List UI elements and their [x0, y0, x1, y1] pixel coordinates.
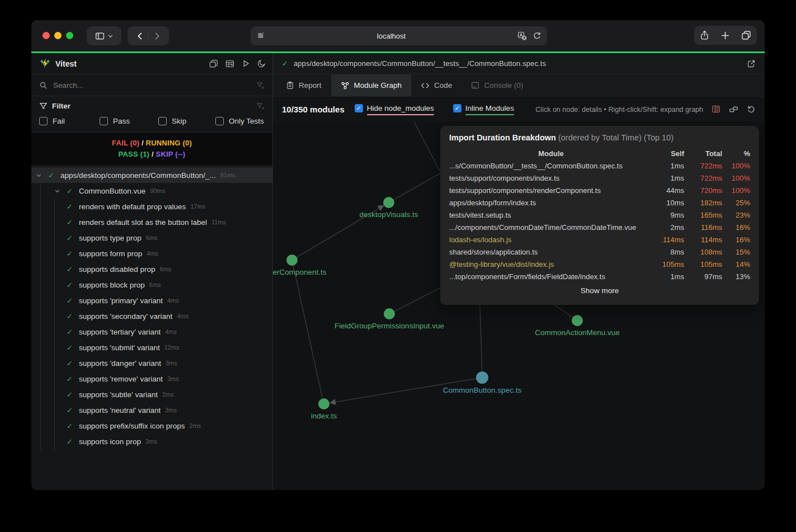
- test-case-row[interactable]: ✓supports 'danger' variant3ms: [31, 355, 272, 371]
- graph-node-renderComponent[interactable]: [286, 255, 298, 266]
- tab-code[interactable]: Code: [411, 74, 461, 96]
- reader-icon[interactable]: [256, 31, 265, 40]
- test-case-row[interactable]: ✓supports disabled prop6ms: [31, 261, 272, 277]
- test-suite-row[interactable]: ✓CommonButton.vue90ms: [31, 183, 272, 199]
- search-input[interactable]: [53, 81, 256, 90]
- search-icon: [39, 81, 48, 90]
- test-duration: 2ms: [162, 391, 174, 398]
- filter-checkbox-fail[interactable]: Fail: [39, 117, 100, 125]
- test-case-row[interactable]: ✓supports 'secondary' variant4ms: [31, 308, 272, 324]
- graph-node-FieldGroupPermissionsInput[interactable]: [384, 308, 395, 319]
- legend-icon[interactable]: [712, 105, 720, 114]
- pass-count: PASS (1): [119, 150, 150, 158]
- dashboard-icon[interactable]: [225, 59, 234, 68]
- test-file-row[interactable]: ✓apps/desktop/components/CommonButton/_.…: [31, 167, 272, 183]
- graph-node-label-FieldGroupPermissionsInput[interactable]: FieldGroupPermissionsInput.vue: [335, 322, 444, 330]
- zoom-window-button[interactable]: [66, 32, 73, 39]
- test-case-row[interactable]: ✓supports icon prop3ms: [31, 434, 272, 449]
- test-duration: 4ms: [167, 297, 179, 304]
- filter-checkbox-pass[interactable]: Pass: [100, 117, 158, 125]
- checked-checkbox-icon[interactable]: ✓: [453, 104, 461, 112]
- table-row[interactable]: apps/desktop/form/index.ts10ms182ms25%: [449, 196, 750, 209]
- graph-edge: [480, 305, 482, 378]
- graph-node-CommonButtonSpec[interactable]: [476, 371, 488, 384]
- test-case-row[interactable]: ✓renders default slot as the button labe…: [31, 214, 272, 230]
- table-row[interactable]: @testing-library/vue/dist/index.js105ms1…: [449, 258, 750, 270]
- checkbox-icon[interactable]: [215, 117, 224, 125]
- clear-search-filter-icon[interactable]: [256, 81, 265, 90]
- forward-icon[interactable]: [152, 31, 162, 41]
- checkbox-icon[interactable]: [100, 117, 108, 125]
- tab-overview-icon[interactable]: [741, 30, 751, 40]
- test-duration: 6ms: [146, 234, 158, 241]
- panels-icon[interactable]: [209, 59, 218, 68]
- show-more-button[interactable]: Show more: [449, 286, 750, 295]
- table-row[interactable]: shared/stores/application.ts8ms108ms15%: [449, 246, 750, 258]
- table-row[interactable]: tests/support/components/renderComponent…: [449, 184, 750, 196]
- checkbox-icon[interactable]: [158, 117, 167, 125]
- graph-node-label-desktopVisuals[interactable]: desktopVisuals.ts: [360, 210, 418, 219]
- graph-node-index[interactable]: [318, 398, 329, 409]
- back-icon[interactable]: [135, 31, 145, 41]
- minimize-window-button[interactable]: [54, 32, 62, 39]
- translate-icon[interactable]: [517, 31, 527, 41]
- clear-filter-icon[interactable]: [256, 102, 265, 110]
- chevron-down-icon: [107, 33, 114, 39]
- table-row[interactable]: .../components/CommonDateTime/CommonDate…: [449, 221, 750, 233]
- test-case-row[interactable]: ✓supports 'tertiary' variant4ms: [31, 324, 272, 340]
- traffic-lights: [43, 32, 73, 39]
- tab-console-0[interactable]: Console (0): [461, 74, 533, 96]
- chevron-down-icon[interactable]: [36, 172, 48, 178]
- browser-sidebar-toggle[interactable]: [87, 26, 121, 45]
- new-tab-icon[interactable]: [720, 31, 730, 40]
- table-row[interactable]: tests/support/components/index.ts1ms722m…: [449, 172, 750, 184]
- table-row[interactable]: tests/vitest.setup.ts9ms165ms23%: [449, 209, 750, 221]
- tab-module-graph[interactable]: Module Graph: [331, 74, 412, 96]
- close-window-button[interactable]: [43, 32, 50, 39]
- tab-report[interactable]: Report: [276, 74, 331, 96]
- test-case-row[interactable]: ✓supports block prop6ms: [31, 277, 272, 293]
- test-case-row[interactable]: ✓supports 'subtle' variant2ms: [31, 387, 272, 402]
- address-bar[interactable]: localhost: [251, 26, 547, 45]
- open-externally-icon[interactable]: [747, 59, 756, 68]
- expand-graph-icon[interactable]: [729, 105, 738, 114]
- table-row[interactable]: ...s/CommonButton/__tests__/CommonButton…: [449, 159, 750, 172]
- graph-node-label-CommonButtonSpec[interactable]: CommonButton.spec.ts: [443, 386, 522, 394]
- reload-icon[interactable]: [533, 31, 541, 40]
- run-all-icon[interactable]: [242, 59, 250, 68]
- graph-node-desktopVisuals[interactable]: [383, 197, 394, 208]
- pass-check-icon: ✓: [67, 359, 79, 368]
- pass-check-icon: ✓: [67, 281, 79, 289]
- test-duration: 2ms: [190, 422, 201, 429]
- reset-icon[interactable]: [747, 105, 756, 114]
- checkbox-icon[interactable]: [39, 117, 48, 125]
- graph-node-label-index[interactable]: index.ts: [311, 412, 337, 420]
- test-case-row[interactable]: ✓supports 'neutral' variant3ms: [31, 402, 272, 418]
- table-row[interactable]: lodash-es/lodash.js114ms114ms16%: [449, 233, 750, 246]
- checked-checkbox-icon[interactable]: ✓: [355, 104, 363, 112]
- filter-checkbox-skip[interactable]: Skip: [158, 117, 215, 125]
- table-row[interactable]: ...top/components/Form/fields/FieldDate/…: [449, 270, 750, 283]
- graph-node-label-CommonActionMenu[interactable]: CommonActionMenu.vue: [535, 328, 620, 337]
- graph-node-label-renderComponent[interactable]: renderComponent.ts: [273, 268, 327, 276]
- pass-check-icon: ✓: [67, 249, 79, 258]
- test-duration: 91ms: [220, 172, 235, 178]
- graph-filter-hide-node-modules[interactable]: ✓Hide node_modules: [355, 104, 434, 115]
- test-duration: 90ms: [150, 187, 165, 194]
- test-case-row[interactable]: ✓supports 'primary' variant4ms: [31, 293, 272, 308]
- chevron-down-icon[interactable]: [54, 188, 67, 194]
- test-case-row[interactable]: ✓supports 'remove' variant3ms: [31, 371, 272, 387]
- test-case-row[interactable]: ✓supports prefix/suffix icon props2ms: [31, 418, 272, 434]
- filter-checkbox-only-tests[interactable]: Only Tests: [215, 117, 264, 125]
- test-case-row[interactable]: ✓supports form prop4ms: [31, 246, 272, 261]
- share-icon[interactable]: [700, 30, 709, 40]
- test-case-row[interactable]: ✓renders with default prop values17ms: [31, 199, 272, 214]
- sidebar-toggle-icon: [95, 31, 105, 41]
- graph-filter-inline-modules[interactable]: ✓Inline Modules: [453, 104, 514, 115]
- test-case-row[interactable]: ✓supports type prop6ms: [31, 230, 272, 246]
- graph-node-CommonActionMenu[interactable]: [572, 315, 583, 326]
- dark-mode-icon[interactable]: [257, 59, 266, 68]
- browser-window: localhost: [31, 20, 765, 490]
- test-duration: 4ms: [165, 328, 177, 335]
- test-case-row[interactable]: ✓supports 'submit' variant12ms: [31, 340, 272, 355]
